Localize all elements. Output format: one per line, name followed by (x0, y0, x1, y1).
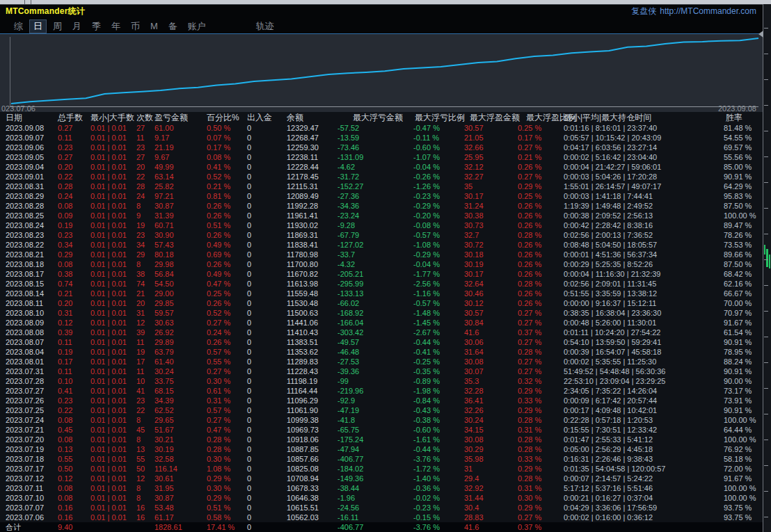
cell-min-max-lots: 0.01 | 0.01 (90, 192, 136, 200)
cell-count: 17 (136, 357, 154, 366)
cell-max-float-loss: -92.9 (337, 396, 413, 405)
table-row[interactable]: 2023.07.270.410.01 | 0.014168.150.61 %01… (0, 386, 763, 396)
column-header-balance[interactable]: 余额 (287, 112, 337, 124)
menu-item-zhanghu[interactable]: 账户 (184, 19, 210, 33)
table-row[interactable]: 2023.07.190.130.01 | 0.011330.190.28 %01… (0, 444, 763, 454)
table-row[interactable]: 2023.09.050.270.01 | 0.01279.670.08 %012… (0, 152, 763, 162)
table-row[interactable]: 2023.09.060.230.01 | 0.012321.190.17 %01… (0, 143, 763, 152)
column-header-max-float-loss[interactable]: 最大浮亏金额 (337, 112, 413, 124)
cell-max-float-loss: -47.19 (337, 406, 413, 414)
table-row[interactable]: 2023.07.170.500.01 | 0.0150116.141.08 %0… (0, 464, 763, 474)
table-row[interactable]: 2023.08.040.190.01 | 0.011963.790.57 %01… (0, 347, 763, 357)
table-row[interactable]: 2023.07.070.160.01 | 0.011653.480.51 %01… (0, 503, 763, 513)
table-row[interactable]: 2023.07.100.080.01 | 0.01830.870.29 %010… (0, 493, 763, 503)
watermark: 复盘侠http://MTCommander.com (631, 6, 756, 17)
ruler-tick (764, 259, 768, 260)
table-row[interactable]: 2023.08.220.340.01 | 0.013457.430.49 %01… (0, 240, 763, 250)
cell-pnl: 61.17 (154, 513, 207, 522)
cell-hold-time: 51:49:52 | 54:48:48 | 56:30:36 (564, 367, 724, 376)
cell-deposit-withdraw: 0 (247, 377, 287, 385)
table-row[interactable]: 2023.09.010.220.01 | 0.012263.140.52 %01… (0, 172, 763, 182)
menu-item-ri[interactable]: 日 (29, 19, 47, 33)
table-row[interactable]: 2023.07.250.220.01 | 0.012262.520.57 %01… (0, 405, 763, 415)
menu-item-bei[interactable]: 备 (164, 19, 182, 33)
cell-deposit-withdraw: 0 (247, 455, 287, 463)
brand-url[interactable]: http://MTCommander.com (660, 6, 756, 16)
table-row[interactable]: 2023.08.150.740.01 | 0.017454.500.47 %01… (0, 279, 763, 289)
cell-max-float-loss: -57.52 (337, 124, 413, 132)
cell-count: 24 (136, 192, 154, 200)
table-body: 2023.09.080.270.01 | 0.012761.000.50 %01… (0, 123, 763, 522)
column-header-min-max-lots[interactable]: 最小|大手数 (90, 112, 136, 124)
table-row[interactable]: 2023.09.080.270.01 | 0.012761.000.50 %01… (0, 123, 763, 133)
cell-total-lots: 0.22 (58, 172, 90, 181)
table-row[interactable]: 2023.07.200.080.01 | 0.01830.210.28 %010… (0, 435, 763, 444)
table-row[interactable]: 2023.07.110.080.01 | 0.01831.950.30 %010… (0, 483, 763, 493)
table-row[interactable]: 2023.08.280.080.01 | 0.01830.870.26 %011… (0, 201, 763, 211)
table-row[interactable]: 2023.07.210.450.01 | 0.014551.670.47 %01… (0, 425, 763, 435)
table-row[interactable]: 2023.08.230.230.01 | 0.012330.900.26 %01… (0, 230, 763, 240)
menu-item-zong[interactable]: 综 (10, 19, 27, 33)
cell-date: 2023.08.22 (6, 241, 58, 249)
table-row[interactable]: 2023.09.070.110.01 | 0.01119.170.07 %012… (0, 133, 763, 143)
table-row[interactable]: 2023.07.260.230.01 | 0.012334.390.31 %01… (0, 396, 763, 405)
table-row[interactable]: 2023.08.070.110.01 | 0.011129.890.26 %01… (0, 337, 763, 347)
table-row[interactable]: 2023.07.120.120.01 | 0.011230.610.29 %01… (0, 474, 763, 483)
column-header-count[interactable]: 次数 (136, 112, 154, 124)
column-header-max-float-profit-pct[interactable]: 最大浮盈比例 (518, 112, 564, 124)
table-row[interactable]: 2023.08.180.080.01 | 0.01829.980.26 %011… (0, 259, 763, 269)
table-row[interactable]: 2023.08.010.170.01 | 0.011761.400.55 %01… (0, 357, 763, 366)
menu-bar: 综日周月季年币M备账户轨迹 (0, 19, 763, 33)
table-row[interactable]: 2023.08.310.280.01 | 0.012825.820.21 %01… (0, 182, 763, 191)
cell-date: 2023.09.08 (6, 124, 58, 132)
cell-max-float-profit: 31 (464, 465, 518, 473)
column-header-pnl[interactable]: 盈亏金额 (154, 112, 207, 124)
column-header-max-float-profit[interactable]: 最大浮盈金额 (464, 112, 518, 124)
cell-pnl: 53.48 (154, 503, 207, 512)
table-row[interactable]: 2023.08.210.290.01 | 0.012980.180.69 %01… (0, 250, 763, 259)
table-row[interactable]: 2023.07.240.080.01 | 0.01829.650.27 %010… (0, 415, 763, 425)
cell-date: 2023.08.10 (6, 309, 58, 317)
menu-item-M[interactable]: M (146, 20, 162, 32)
column-header-date[interactable]: 日期 (6, 112, 58, 124)
table-row[interactable]: 2023.08.140.210.01 | 0.012129.000.25 %01… (0, 289, 763, 298)
cell-max-float-loss: -4.32 (337, 260, 413, 268)
cell-date: 2023.08.23 (6, 231, 58, 239)
cell-total-lots: 0.22 (58, 406, 90, 414)
table-row[interactable]: 2023.07.180.550.01 | 0.015532.580.30 %01… (0, 454, 763, 464)
cell-max-float-loss-pct: -0.41 % (413, 348, 464, 356)
table-row[interactable]: 2023.08.250.090.01 | 0.01931.390.26 %011… (0, 211, 763, 220)
menu-item-yue[interactable]: 月 (68, 19, 86, 33)
table-row[interactable]: 2023.07.310.110.01 | 0.011130.240.27 %01… (0, 366, 763, 376)
menu-item-guiji[interactable]: 轨迹 (252, 19, 278, 33)
table-row[interactable]: 2023.08.170.380.01 | 0.013856.840.49 %01… (0, 269, 763, 279)
menu-item-bi[interactable]: 币 (127, 19, 144, 33)
table-row[interactable]: 2023.08.110.200.01 | 0.012029.850.26 %01… (0, 298, 763, 308)
cell-max-float-profit: 30.73 (464, 221, 518, 229)
table-row[interactable]: 2023.08.240.190.01 | 0.011960.710.51 %01… (0, 220, 763, 230)
menu-item-nian[interactable]: 年 (107, 19, 125, 33)
cell-date: 2023.08.21 (6, 250, 58, 259)
cell-date: 2023.08.15 (6, 280, 58, 288)
column-header-win-rate[interactable]: 胜率 (724, 112, 763, 124)
table-row[interactable]: 2023.08.100.310.01 | 0.013159.570.52 %01… (0, 308, 763, 318)
table-row[interactable]: 2023.08.080.390.01 | 0.013926.920.24 %01… (0, 328, 763, 337)
cell-max-float-profit: 32.27 (464, 172, 518, 181)
menu-item-zhou[interactable]: 周 (49, 19, 66, 33)
table-row[interactable]: 2023.07.060.160.01 | 0.011661.170.58 %01… (0, 513, 763, 522)
column-header-max-float-loss-pct[interactable]: 最大浮亏比例 (413, 112, 464, 124)
cell-pnl: 30.87 (154, 202, 207, 210)
menu-item-ji[interactable]: 季 (88, 19, 105, 33)
table-row[interactable]: 2023.08.090.120.01 | 0.011230.630.27 %01… (0, 318, 763, 328)
column-header-total-lots[interactable]: 总手数 (58, 112, 90, 124)
ruler-tick (764, 285, 768, 286)
cell-pnl-pct: 1.08 % (207, 465, 247, 473)
table-row[interactable]: 2023.07.280.100.01 | 0.011033.750.30 %01… (0, 376, 763, 386)
column-header-hold-time[interactable]: 最小|平均|最大持仓时间 (564, 112, 724, 124)
table-row[interactable]: 2023.09.040.200.01 | 0.012049.990.41 %01… (0, 162, 763, 172)
column-header-deposit-withdraw[interactable]: 出入金 (247, 112, 287, 124)
table-row[interactable]: 2023.08.290.240.01 | 0.012497.210.81 %01… (0, 191, 763, 201)
cell-total-lots: 0.19 (58, 221, 90, 229)
column-header-pnl-pct[interactable]: 百分比% (207, 112, 247, 124)
cell-max-float-loss: -16.11 (337, 513, 413, 522)
